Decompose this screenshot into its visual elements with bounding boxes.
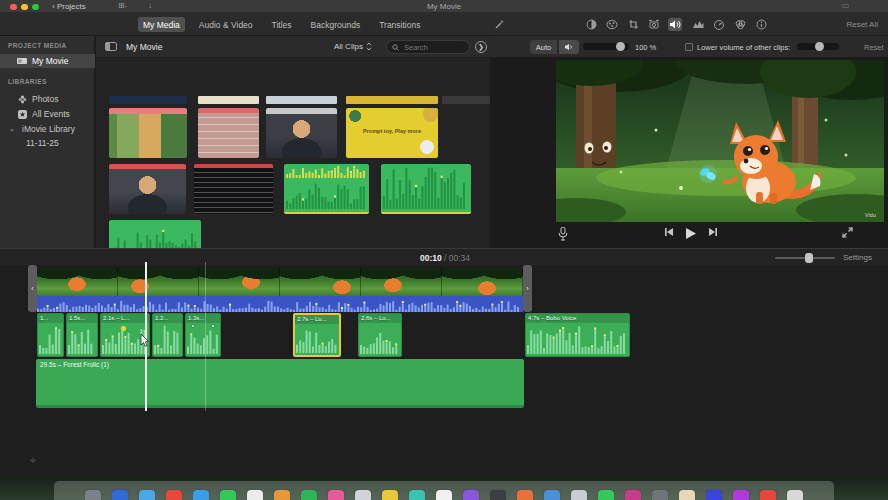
tab-titles[interactable]: Titles [267, 17, 297, 32]
timeline-zoom-knob[interactable] [805, 253, 813, 263]
audio-clip-thumbnail[interactable] [284, 164, 369, 214]
tab-audio-video[interactable]: Audio & Video [194, 17, 258, 32]
import-media-icon[interactable]: ⊞˖ [118, 1, 127, 10]
dock-app-icon[interactable] [409, 490, 425, 500]
minimize-window-button[interactable] [21, 4, 28, 11]
sidebar-item-all-events[interactable]: All Events [0, 107, 95, 121]
volume-icon[interactable] [668, 18, 682, 31]
dock-app-icon[interactable] [598, 490, 614, 500]
clip-thumbnail-document[interactable] [198, 108, 259, 158]
stabilization-icon[interactable] [647, 18, 661, 31]
dock-app-icon[interactable] [220, 490, 236, 500]
left-trim-handle[interactable]: ‹ [28, 265, 37, 312]
sidebar-item-my-movie[interactable]: My Movie [0, 54, 95, 68]
speed-icon[interactable] [712, 18, 726, 31]
sidebar-toggle-icon[interactable] [105, 42, 117, 51]
dock-app-icon[interactable] [625, 490, 641, 500]
dock-app-icon[interactable] [760, 490, 776, 500]
thumbnail-partial[interactable] [266, 96, 337, 104]
thumbnail-partial[interactable] [109, 96, 187, 104]
tab-transitions[interactable]: Transitions [374, 17, 425, 32]
tab-backgrounds[interactable]: Backgrounds [306, 17, 366, 32]
thumbnail-partial[interactable] [346, 96, 438, 104]
sidebar-item-event-date[interactable]: 11-11-25 [0, 136, 95, 150]
clip-thumbnail-fox-grid[interactable] [109, 108, 187, 158]
ducking-slider[interactable] [797, 43, 839, 50]
dock-app-icon[interactable] [463, 490, 479, 500]
audio-clip[interactable]: 1.5s... [66, 313, 98, 357]
ducking-slider-knob[interactable] [815, 42, 824, 51]
back-to-projects-button[interactable]: ‹ Projects [52, 2, 86, 11]
next-arrow-button[interactable]: ❯ [475, 41, 487, 53]
play-button[interactable] [684, 227, 697, 240]
clip-filter-icon[interactable] [733, 18, 747, 31]
tab-my-media[interactable]: My Media [138, 17, 185, 32]
volume-slider-knob[interactable] [616, 42, 625, 51]
audio-clip-bobo-voice[interactable]: 4.7s – Bobo Voice [525, 313, 630, 357]
sidebar-item-photos[interactable]: Photos [0, 92, 95, 106]
info-icon[interactable] [754, 18, 768, 31]
dock-app-icon[interactable] [166, 490, 182, 500]
dock-app-icon[interactable] [706, 490, 722, 500]
dock-app-icon[interactable] [139, 490, 155, 500]
clip-filter-dropdown[interactable]: All Clips [334, 42, 372, 51]
music-clip[interactable]: 29.5s – Forest Frolic (1) [36, 359, 524, 408]
dock-app-icon[interactable] [274, 490, 290, 500]
audio-clip[interactable]: 1.3s... [185, 313, 221, 357]
auto-volume-button[interactable]: Auto [530, 40, 558, 54]
dock-app-icon[interactable] [787, 490, 803, 500]
dock-app-icon[interactable] [382, 490, 398, 500]
reset-all-button[interactable]: Reset All [846, 20, 878, 29]
color-correction-icon[interactable] [605, 18, 619, 31]
audio-clip-selected[interactable]: 2.7s – Lu... [293, 313, 341, 357]
download-icon[interactable]: ↓ [148, 1, 152, 10]
video-clip-filmstrip[interactable] [37, 268, 523, 296]
speaker-button[interactable] [559, 40, 579, 54]
dock-app-icon[interactable] [355, 490, 371, 500]
dock-app-icon[interactable] [85, 490, 101, 500]
clip-thumbnail-terminal[interactable] [194, 164, 273, 214]
previous-frame-button[interactable] [664, 227, 674, 237]
dock-app-icon[interactable] [247, 490, 263, 500]
zoom-window-button[interactable] [32, 4, 39, 11]
audio-clip[interactable]: 1.2... [152, 313, 183, 357]
dock-app-icon[interactable] [301, 490, 317, 500]
video-preview[interactable]: Vidu [556, 60, 884, 222]
volume-slider[interactable] [583, 43, 629, 50]
timeline-settings-button[interactable]: Settings [843, 253, 872, 262]
window-extra-icon[interactable]: ▭ [842, 1, 850, 10]
sidebar-item-imovie-library[interactable]: ⌄ iMovie Library [0, 122, 95, 136]
enhance-wand-icon[interactable] [492, 18, 506, 31]
dock-app-icon[interactable] [679, 490, 695, 500]
clip-thumbnail-vlogger-2[interactable] [109, 164, 186, 214]
dock-app-icon[interactable] [193, 490, 209, 500]
close-window-button[interactable] [10, 4, 17, 11]
reset-button[interactable]: Reset [864, 43, 884, 52]
voiceover-mic-button[interactable] [558, 227, 568, 241]
crop-icon[interactable] [626, 18, 640, 31]
dock-app-icon[interactable] [652, 490, 668, 500]
dock-app-icon[interactable] [490, 490, 506, 500]
noise-reduction-icon[interactable] [691, 18, 705, 31]
video-audio-track[interactable] [37, 296, 523, 312]
thumbnail-partial[interactable] [442, 96, 490, 104]
dock-app-icon[interactable] [544, 490, 560, 500]
dock-app-icon[interactable] [328, 490, 344, 500]
audio-clip[interactable]: 1... [37, 313, 64, 357]
right-trim-handle[interactable]: › [523, 265, 532, 312]
clip-thumbnail-vlogger[interactable] [266, 108, 337, 158]
timeline-body[interactable]: ‹ › 1... 1.5s... [0, 265, 888, 478]
thumbnail-partial[interactable] [198, 96, 259, 104]
audio-clip-thumbnail[interactable] [381, 164, 471, 214]
timeline-zoom-slider[interactable] [775, 257, 835, 259]
next-frame-button[interactable] [708, 227, 718, 237]
search-input[interactable] [402, 42, 462, 53]
dock-app-icon[interactable] [733, 490, 749, 500]
lower-volume-checkbox[interactable] [685, 43, 693, 51]
dock-app-icon[interactable] [112, 490, 128, 500]
fullscreen-icon[interactable] [842, 227, 853, 238]
audio-clip[interactable]: 2.6s – Lu... [358, 313, 402, 357]
color-balance-icon[interactable] [584, 18, 598, 31]
dock-app-icon[interactable] [517, 490, 533, 500]
dock-app-icon[interactable] [571, 490, 587, 500]
